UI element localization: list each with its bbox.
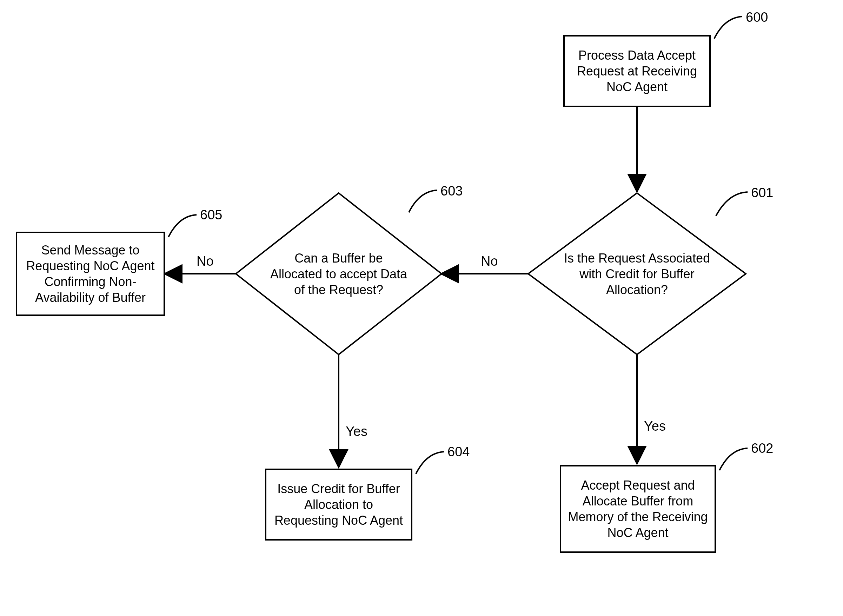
ref-605-text: 605	[200, 208, 222, 221]
box-600-text: Process Data Accept Request at Receiving…	[570, 47, 704, 95]
label-yes-601: Yes	[644, 419, 666, 433]
ref-603-text: 603	[440, 184, 463, 198]
ref-602-text: 602	[751, 441, 773, 455]
label-no-603: No	[196, 254, 214, 268]
box-605-send-unavailable: Send Message to Requesting NoC Agent Con…	[16, 232, 165, 316]
ref-600-text: 600	[746, 10, 768, 24]
box-602-text: Accept Request and Allocate Buffer from …	[567, 477, 709, 541]
label-no-601: No	[481, 254, 498, 268]
box-600-process-request: Process Data Accept Request at Receiving…	[563, 35, 711, 107]
decision-601-text: Is the Request Associated with Credit fo…	[560, 250, 714, 298]
box-605-text: Send Message to Requesting NoC Agent Con…	[23, 242, 158, 305]
label-yes-603: Yes	[346, 425, 368, 438]
decision-603-buffer-available: Can a Buffer be Allocated to accept Data…	[236, 193, 441, 355]
box-604-text: Issue Credit for Buffer Allocation to Re…	[272, 481, 405, 528]
box-604-issue-credit: Issue Credit for Buffer Allocation to Re…	[265, 469, 412, 541]
decision-601-credit-check: Is the Request Associated with Credit fo…	[528, 193, 746, 355]
flowchart-canvas: Process Data Accept Request at Receiving…	[0, 0, 843, 616]
ref-601-text: 601	[751, 186, 773, 199]
decision-603-text: Can a Buffer be Allocated to accept Data…	[267, 250, 410, 298]
ref-604-text: 604	[447, 445, 469, 458]
box-602-accept-allocate: Accept Request and Allocate Buffer from …	[560, 465, 716, 553]
